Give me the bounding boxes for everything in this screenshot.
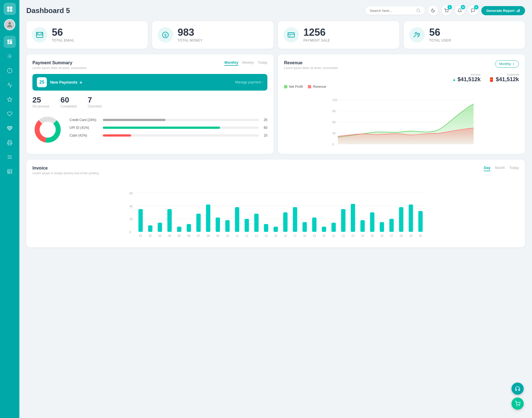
bell-btn[interactable]: 12 xyxy=(455,6,465,16)
svg-text:Mar: Mar xyxy=(378,146,383,147)
x-label-23: 23 xyxy=(351,234,355,237)
bar-28[interactable] xyxy=(399,207,403,232)
bar-15[interactable] xyxy=(273,227,278,232)
svg-text:40: 40 xyxy=(129,205,133,208)
invoice-tab-day[interactable]: Day xyxy=(484,166,490,171)
bar-18[interactable] xyxy=(303,222,307,232)
support-float-btn[interactable] xyxy=(511,383,524,395)
bar-27[interactable] xyxy=(389,219,394,232)
sidebar-item-menu[interactable] xyxy=(4,151,16,163)
manage-payment-link[interactable]: Manage payment › xyxy=(235,80,263,84)
bar-10[interactable] xyxy=(225,220,230,232)
svg-marker-13 xyxy=(7,97,12,102)
x-label-7: 07 xyxy=(197,234,200,237)
header: Dashboard 5 2 12 5 Generate Repo xyxy=(26,6,525,16)
svg-rect-27 xyxy=(518,10,518,12)
tab-today[interactable]: Today xyxy=(258,60,267,66)
svg-text:May: May xyxy=(420,146,426,147)
sidebar-item-settings[interactable] xyxy=(4,50,16,62)
bar-29[interactable] xyxy=(409,204,413,232)
bar-20[interactable] xyxy=(322,227,326,232)
chat-btn[interactable]: 5 xyxy=(468,6,478,16)
stat-cards: 56 TOTAL EMAIL $ 983 TOTAL MONEY 1256 PA… xyxy=(26,21,525,49)
svg-text:20: 20 xyxy=(129,217,133,221)
bar-9[interactable] xyxy=(216,217,220,232)
bar-12[interactable] xyxy=(245,219,249,232)
svg-rect-18 xyxy=(8,170,12,174)
bar-8[interactable] xyxy=(206,204,210,232)
cart-float-btn[interactable] xyxy=(511,398,524,410)
x-label-26: 26 xyxy=(380,234,384,237)
bar-23[interactable] xyxy=(351,204,355,232)
sidebar-item-dashboard[interactable] xyxy=(4,36,16,48)
cart-btn[interactable]: 2 xyxy=(441,6,451,16)
svg-point-25 xyxy=(448,12,448,12)
revenue-dot xyxy=(308,85,311,88)
revenue-monthly-btn[interactable]: Monthly xyxy=(495,60,519,68)
svg-text:Feb: Feb xyxy=(357,146,362,147)
x-label-28: 28 xyxy=(400,234,403,237)
search-box xyxy=(365,6,425,15)
bar-19[interactable] xyxy=(312,217,317,232)
progress-track-credit xyxy=(103,119,259,121)
x-label-16: 16 xyxy=(284,234,287,237)
bar-26[interactable] xyxy=(380,222,384,232)
search-input[interactable] xyxy=(370,9,414,13)
x-label-15: 15 xyxy=(274,234,278,237)
sidebar-item-star[interactable] xyxy=(4,93,16,106)
bar-21[interactable] xyxy=(331,223,336,232)
bar-13[interactable] xyxy=(254,214,259,232)
sidebar-item-print[interactable] xyxy=(4,137,16,149)
avatar[interactable] xyxy=(4,19,15,30)
sidebar-item-heart2[interactable] xyxy=(4,122,16,134)
invoice-tab-month[interactable]: Month xyxy=(495,166,505,171)
x-label-24: 24 xyxy=(361,234,364,237)
invoice-tabs: Day Month Today xyxy=(484,166,519,171)
stat-completed: 60 Completed xyxy=(60,96,76,108)
x-label-13: 13 xyxy=(255,234,258,237)
income-expense: Income ▲ $41,512k Expense 🧧 $41,512k xyxy=(284,73,519,83)
bar-30[interactable] xyxy=(418,211,423,232)
bar-3[interactable] xyxy=(158,223,162,232)
tab-monthly[interactable]: Monthly xyxy=(224,60,238,66)
sidebar-logo[interactable] xyxy=(4,3,16,15)
generate-report-button[interactable]: Generate Report xyxy=(481,6,525,15)
svg-text:120: 120 xyxy=(332,98,337,102)
bar-2[interactable] xyxy=(148,225,152,232)
bar-6[interactable] xyxy=(187,224,191,232)
x-label-6: 06 xyxy=(187,234,191,237)
tab-weekly[interactable]: Weekly xyxy=(242,60,254,66)
svg-text:$: $ xyxy=(164,33,167,37)
svg-text:July: July xyxy=(469,146,475,147)
progress-row-cash: Cash (41%) 10 xyxy=(70,134,267,137)
bar-24[interactable] xyxy=(360,220,365,232)
dark-mode-btn[interactable] xyxy=(428,6,438,16)
revenue-chart-svg: 0 30 60 90 120 xyxy=(284,91,519,147)
bar-16[interactable] xyxy=(283,212,288,232)
net-profit-dot xyxy=(284,85,287,88)
headphone-icon xyxy=(515,386,520,391)
bell-badge: 12 xyxy=(461,5,465,9)
bar-5[interactable] xyxy=(177,227,181,232)
sidebar-item-info[interactable] xyxy=(4,65,16,77)
bar-chart-wrap: 0 20 40 60 01020304050607080910111213141… xyxy=(32,179,519,241)
total-user-label: TOTAL USER xyxy=(429,39,451,42)
bar-14[interactable] xyxy=(264,224,268,232)
bar-17[interactable] xyxy=(293,207,297,232)
invoice-tab-today[interactable]: Today xyxy=(509,166,519,171)
x-label-30: 30 xyxy=(419,234,422,237)
svg-point-24 xyxy=(446,12,446,12)
bar-25[interactable] xyxy=(370,212,375,232)
sidebar-item-heart[interactable] xyxy=(4,108,16,120)
sidebar-item-chart[interactable] xyxy=(4,79,16,91)
x-label-27: 27 xyxy=(390,234,393,237)
bar-chart-icon xyxy=(516,9,520,12)
x-label-22: 22 xyxy=(342,234,345,237)
bar-11[interactable] xyxy=(235,207,239,232)
sidebar-item-list[interactable] xyxy=(4,165,16,178)
bar-7[interactable] xyxy=(196,214,201,232)
bar-1[interactable] xyxy=(139,209,143,232)
bar-22[interactable] xyxy=(341,209,346,232)
svg-rect-28 xyxy=(519,9,520,12)
bar-4[interactable] xyxy=(167,209,172,232)
